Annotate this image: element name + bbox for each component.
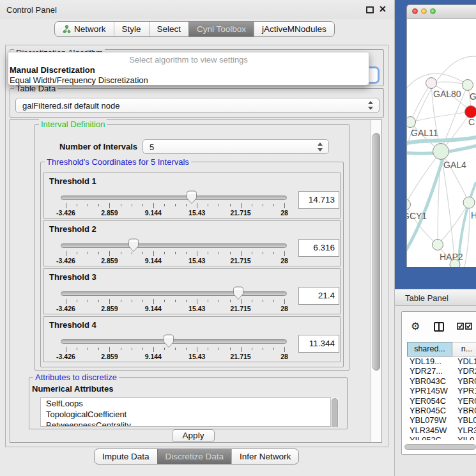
- slider-tick: [66, 347, 66, 352]
- close-icon[interactable]: ✕: [379, 4, 387, 14]
- float-window-icon[interactable]: [366, 6, 374, 13]
- network-icon: [63, 25, 71, 34]
- slider-tick: [142, 252, 143, 254]
- slider-tick: [186, 252, 187, 254]
- threshold-box: Threshold 3-3.4262.8599.14415.4321.71528…: [43, 268, 341, 314]
- interval-definition-label: Interval Definition: [39, 119, 107, 129]
- threshold-value-field[interactable]: 11.344: [298, 335, 339, 353]
- table-row[interactable]: YDR27...YDR2: [407, 366, 476, 376]
- control-panel-titlebar: Control Panel ✕: [0, 0, 394, 19]
- slider-tick: [66, 299, 66, 304]
- table-cell: YDR27...: [407, 366, 452, 376]
- tab-impute-data[interactable]: Impute Data: [95, 449, 157, 464]
- tab-infer-network[interactable]: Infer Network: [231, 449, 298, 464]
- slider-tick: [241, 203, 242, 208]
- slider-tick: [132, 204, 132, 206]
- tab-network[interactable]: Network: [55, 22, 114, 36]
- dropdown-item[interactable]: Manual Discretization: [10, 65, 148, 75]
- combo-spinner-icon: [368, 101, 374, 110]
- attributes-list-scrollbar[interactable]: [331, 397, 339, 427]
- slider-tick: [153, 251, 154, 256]
- number-of-intervals-value: 5: [150, 142, 154, 151]
- slider-track[interactable]: [61, 196, 287, 200]
- threshold-value-field[interactable]: 21.4: [298, 287, 339, 305]
- slider-tick-label: 15.43: [188, 257, 205, 265]
- table-row[interactable]: YLR345WYLR3: [407, 426, 476, 435]
- tab-jactivemnodules[interactable]: jActiveMNodules: [254, 22, 334, 36]
- network-node[interactable]: [407, 199, 411, 210]
- table-row[interactable]: YDL19...YDL1: [407, 357, 476, 366]
- table-row[interactable]: YBL079WYBL0: [407, 415, 476, 425]
- checkbox-icon[interactable]: [457, 323, 464, 331]
- slider-tick: [121, 252, 121, 254]
- tab-cyni-toolbox[interactable]: Cyni Toolbox: [188, 22, 254, 36]
- slider-track[interactable]: [61, 243, 287, 248]
- slider-thumb[interactable]: [163, 334, 174, 348]
- tab-style[interactable]: Style: [114, 22, 149, 36]
- table-row[interactable]: YPR145WYPR1: [407, 386, 476, 395]
- network-node[interactable]: [463, 80, 473, 91]
- table-column-header[interactable]: shared...: [407, 342, 452, 357]
- slider-tick: [109, 251, 110, 256]
- attribute-list-item[interactable]: SelfLoops: [41, 398, 330, 409]
- slider-tick: [132, 348, 132, 350]
- network-node[interactable]: [463, 197, 475, 208]
- table-row[interactable]: YBR043CYBR0: [407, 376, 476, 386]
- slider-tick-label: 21.715: [231, 305, 251, 312]
- network-edge[interactable]: [410, 83, 431, 122]
- table-column-header[interactable]: n...: [452, 342, 476, 357]
- slider-thumb[interactable]: [233, 286, 244, 300]
- attribute-list-item[interactable]: TopologicalCoefficient: [41, 409, 330, 420]
- table-horizontal-scrollbar[interactable]: [404, 444, 476, 450]
- control-panel-window: Control Panel ✕ NetworkStyleSelectCyni T…: [0, 0, 395, 476]
- network-node[interactable]: [465, 106, 476, 118]
- attribute-list-item[interactable]: BetweennessCentrality: [41, 420, 330, 427]
- network-node[interactable]: [450, 259, 460, 267]
- threshold-value-field[interactable]: 6.316: [298, 239, 339, 257]
- tab-discretize-data[interactable]: Discretize Data: [157, 449, 232, 464]
- network-node[interactable]: [433, 240, 443, 250]
- table-row[interactable]: YIL052CYIL0: [407, 435, 476, 440]
- minimize-traffic-light[interactable]: [421, 8, 427, 14]
- network-canvas[interactable]: GAL80GACGAL11GAL4GCY1HHAP2: [406, 19, 476, 267]
- slider-tick-label: 28: [280, 257, 288, 265]
- settings-vertical-scrollbar[interactable]: [371, 120, 381, 442]
- threshold-value-field[interactable]: 14.713: [298, 191, 339, 209]
- slider-tick: [273, 300, 274, 302]
- network-node[interactable]: [426, 78, 437, 89]
- network-node[interactable]: [433, 144, 449, 160]
- slider-thumb[interactable]: [186, 190, 197, 204]
- slider-thumb[interactable]: [128, 238, 139, 252]
- slider-tick: [175, 348, 176, 350]
- slider-track[interactable]: [61, 291, 287, 296]
- table-row[interactable]: YBR045CYBR0: [407, 406, 476, 415]
- close-traffic-light[interactable]: [412, 8, 418, 14]
- slider-tick-label: 9.144: [145, 209, 162, 217]
- numerical-attributes-list[interactable]: SelfLoopsTopologicalCoefficientBetweenne…: [40, 397, 331, 427]
- threshold-coordinates-group: Threshold's Coordinates for 5 Intervals …: [40, 162, 344, 367]
- checkbox-icon[interactable]: [465, 323, 472, 331]
- slider-tick: [164, 300, 165, 302]
- slider-tick-label: 28: [280, 353, 288, 360]
- slider-tick: [241, 251, 242, 256]
- gear-icon[interactable]: ⚙: [411, 321, 420, 332]
- tab-select[interactable]: Select: [149, 22, 189, 36]
- apply-button[interactable]: Apply: [172, 429, 215, 442]
- table-row[interactable]: YER054CYER0: [407, 396, 476, 406]
- slider-tick: [88, 300, 88, 302]
- slider-tick: [273, 252, 274, 254]
- number-of-intervals-combo[interactable]: 5: [142, 139, 329, 154]
- slider-tick-label: 9.144: [145, 305, 162, 312]
- slider-tick: [208, 252, 208, 254]
- split-panel-icon[interactable]: [434, 322, 444, 332]
- table-data-combo[interactable]: galFiltered.sif default node: [15, 98, 380, 113]
- dropdown-item[interactable]: Equal Width/Frequency Discretization: [10, 75, 148, 86]
- slider-tick: [230, 252, 231, 254]
- slider-tick: [219, 252, 219, 254]
- slider-tick-label: 21.715: [231, 353, 251, 360]
- slider-tick: [284, 347, 285, 352]
- network-node[interactable]: [407, 117, 416, 128]
- zoom-traffic-light[interactable]: [430, 8, 436, 14]
- network-window-titlebar: [406, 4, 476, 19]
- dropdown-prompt: Select algorithm to view settings: [8, 55, 369, 65]
